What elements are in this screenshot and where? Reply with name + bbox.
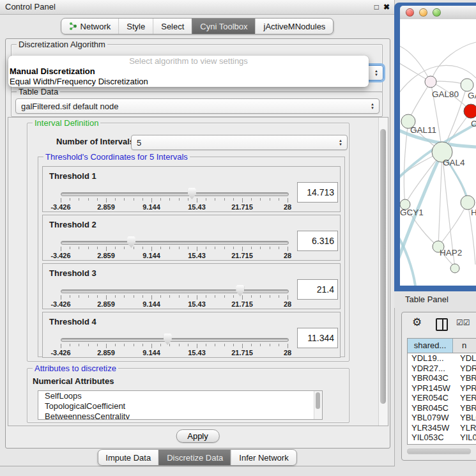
numerical-attributes-list[interactable]: SelfLoopsTopologicalCoefficientBetweenne…	[38, 390, 323, 420]
tab-style[interactable]: Style	[118, 19, 153, 34]
tab-jactivemnodules[interactable]: jActiveMNodules	[256, 19, 334, 34]
popup-item-manual-discretization[interactable]: Manual Discretization	[8, 66, 369, 77]
table-row[interactable]: YIL053CYIL0	[408, 433, 476, 443]
list-item[interactable]: TopologicalCoefficient	[38, 401, 322, 411]
threshold-slider[interactable]: -3.4262.8599.14415.4321.71528	[61, 333, 288, 356]
apply-button[interactable]: Apply	[176, 429, 220, 443]
table-cell: YPR145W	[408, 383, 456, 394]
network-icon	[69, 22, 77, 31]
table-rows: YDL19...YDL1YDR27...YDR2YBR043CYBR0YPR14…	[408, 353, 476, 443]
network-node-node-red-selected[interactable]	[464, 104, 476, 118]
network-edge[interactable]	[431, 42, 476, 82]
slider-ticks	[61, 198, 288, 203]
control-panel-window: Control Panel □ ✖ NetworkStyleSelectCyni…	[0, 0, 395, 466]
threshold-label: Threshold 4	[49, 317, 96, 326]
network-node-label: GA	[468, 91, 476, 100]
group-title: Attributes to discretize	[33, 364, 118, 373]
table-panel-toolbar: ⚙ ☑☑	[402, 312, 476, 335]
table-panel-titlebar: Table Panel	[394, 291, 476, 308]
slider-track	[61, 338, 289, 342]
threshold-panel-2: Threshold 2-3.4262.8599.14415.4321.71528	[42, 215, 341, 261]
slider-tick-labels: -3.4262.8599.14415.4321.71528	[61, 300, 288, 308]
slider-track	[61, 289, 289, 293]
table-row[interactable]: YBR045CYBR0	[408, 403, 476, 413]
tab-infer-network[interactable]: Infer Network	[231, 450, 296, 465]
table-row[interactable]: YBL079WYBL0	[408, 413, 476, 423]
table-horizontal-scrollbar[interactable]	[407, 449, 471, 454]
tab-discretize-data[interactable]: Discretize Data	[158, 450, 231, 465]
list-item[interactable]: SelfLoops	[38, 391, 322, 401]
select-checkboxes-icon[interactable]: ☑☑	[456, 318, 470, 327]
table-row[interactable]: YDR27...YDR2	[408, 364, 476, 374]
network-node-label: C	[471, 119, 476, 128]
network-node-label: HAP2	[440, 248, 462, 257]
table-cell: YBR0	[456, 373, 476, 383]
column-header-name[interactable]: n	[453, 339, 476, 353]
column-header-shared-name[interactable]: shared...	[408, 339, 453, 353]
tab-impute-data[interactable]: Impute Data	[98, 450, 158, 465]
combo-stepper-icon	[374, 70, 378, 77]
settings-scrollpane: Interval Definition Number of Intervals …	[8, 117, 388, 426]
table-panel-window: ⚙ ☑☑ shared...n YDL19...YDL1YDR27...YDR2…	[401, 312, 476, 461]
tab-cyni-toolbox[interactable]: Cyni Toolbox	[192, 19, 255, 34]
threshold-label: Threshold 3	[49, 268, 96, 278]
table-row[interactable]: YPR145WYPR1	[408, 383, 476, 394]
top-tab-bar: NetworkStyleSelectCyni ToolboxjActiveMNo…	[61, 18, 334, 35]
threshold-slider[interactable]: -3.4262.8599.14415.4321.71528	[61, 236, 288, 259]
threshold-value-input[interactable]	[297, 231, 338, 251]
table-cell: YDR27...	[408, 364, 456, 374]
list-item[interactable]: BetweennessCentrality	[38, 411, 322, 420]
panel-title: Control Panel	[5, 0, 56, 14]
float-window-icon[interactable]: □	[374, 0, 379, 14]
table-row[interactable]: YLR345WYLR3	[408, 423, 476, 433]
table-panel-title: Table Panel	[405, 291, 449, 308]
columns-icon[interactable]	[436, 318, 448, 331]
number-of-intervals-combobox[interactable]: 5	[131, 135, 348, 150]
algorithm-dropdown-popup: Select algorithm to view settings Manual…	[8, 56, 369, 87]
table-data-combobox[interactable]: galFiltered.sif default node	[15, 98, 380, 114]
close-icon[interactable]: ✖	[383, 0, 390, 14]
network-edge[interactable]	[438, 152, 442, 247]
tab-network[interactable]: Network	[61, 19, 119, 34]
close-traffic-light[interactable]	[406, 8, 414, 17]
slider-tick-labels: -3.4262.8599.14415.4321.71528	[61, 203, 288, 211]
threshold-panel-1: Threshold 1-3.4262.8599.14415.4321.71528	[42, 166, 341, 212]
scrollbar-thumb[interactable]	[316, 392, 320, 409]
table-cell: YDL19...	[408, 353, 456, 364]
group-title: Table Data	[17, 87, 60, 96]
popup-prompt-item[interactable]: Select algorithm to view settings	[8, 56, 369, 66]
threshold-panel-4: Threshold 4-3.4262.8599.14415.4321.71528	[42, 312, 341, 358]
thresholds-container: Threshold 1-3.4262.8599.14415.4321.71528…	[42, 166, 341, 360]
table-row[interactable]: YDL19...YDL1	[408, 353, 476, 364]
popup-item-equal-width-frequency[interactable]: Equal Width/Frequency Discretization	[8, 77, 369, 87]
table-row[interactable]: YER054CYER0	[408, 393, 476, 403]
settings-vertical-scrollbar[interactable]	[378, 118, 388, 426]
table-cell: YLR345W	[408, 423, 456, 433]
gear-icon[interactable]: ⚙	[412, 316, 422, 329]
network-edge[interactable]	[438, 203, 468, 247]
minimize-traffic-light[interactable]	[419, 8, 427, 17]
threshold-slider[interactable]: -3.4262.8599.14415.4321.71528	[61, 187, 288, 210]
zoom-traffic-light[interactable]	[433, 8, 441, 17]
threshold-value-input[interactable]	[297, 279, 338, 300]
threshold-slider[interactable]: -3.4262.8599.14415.4321.71528	[61, 284, 288, 307]
threshold-value-input[interactable]	[297, 182, 338, 203]
network-node-gal80[interactable]	[425, 76, 436, 88]
threshold-panel-3: Threshold 3-3.4262.8599.14415.4321.71528	[42, 263, 341, 309]
table-row[interactable]: YBR043CYBR0	[408, 373, 476, 383]
network-view-titlebar	[400, 6, 476, 20]
table-cell: YIL053C	[408, 433, 456, 443]
thresholds-coordinates-group: Threshold's Coordinates for 5 Intervals …	[38, 157, 345, 357]
cyni-toolbox-content: Discretization Algorithm Table Data galF…	[5, 38, 390, 449]
network-node-node-top-right[interactable]	[461, 79, 473, 91]
network-canvas[interactable]: GAL80GACGAL11GAL4GCY1HHAP2	[400, 19, 476, 286]
tab-select[interactable]: Select	[153, 19, 192, 34]
network-edge[interactable]	[400, 234, 415, 286]
combo-stepper-icon	[339, 139, 342, 146]
network-node-node-bottom[interactable]	[450, 264, 459, 273]
scrollbar-thumb[interactable]	[380, 129, 386, 404]
slider-track	[61, 192, 289, 196]
threshold-value-input[interactable]	[297, 328, 338, 348]
table-cell: YDL1	[456, 353, 476, 364]
attributes-scrollbar[interactable]	[314, 391, 322, 419]
